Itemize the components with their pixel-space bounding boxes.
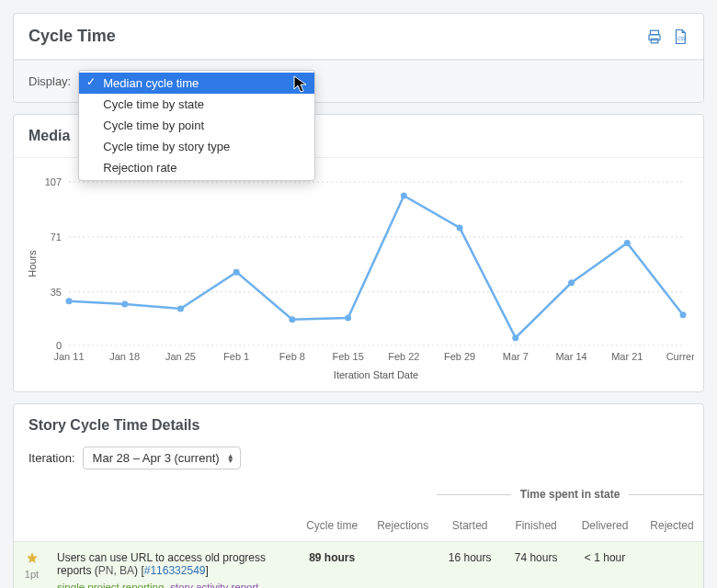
details-panel: Story Cycle Time Details Iteration: Mar … [13,403,704,588]
cell-rejections [369,542,437,589]
svg-point-33 [457,224,463,231]
dropdown-option-state[interactable]: Cycle time by state [79,94,314,115]
iteration-select-value: Mar 28 – Apr 3 (current) [93,451,220,465]
cycle-time-panel: Cycle Time CSV Display: Median cycle tim… [13,13,704,103]
svg-text:Iteration Start Date: Iteration Start Date [334,369,418,380]
iteration-label: Iteration: [28,451,75,465]
svg-text:Hours: Hours [27,250,38,277]
svg-rect-2 [651,39,658,43]
story-id-link[interactable]: #116332549 [144,564,206,577]
svg-point-26 [66,298,73,304]
story-owners: PN, BA [98,564,134,577]
svg-text:35: 35 [51,287,62,298]
select-arrows-icon: ▲▼ [227,454,234,463]
details-title: Story Cycle Time Details [14,404,703,441]
svg-point-28 [177,306,184,312]
svg-text:0: 0 [56,340,62,351]
story-cell: Users can use URL to access old progress… [50,542,295,589]
svg-text:Feb 29: Feb 29 [444,351,475,362]
col-rejections: Rejections [369,510,437,542]
svg-point-29 [233,269,240,276]
svg-text:CSV: CSV [677,36,686,40]
story-tag[interactable]: story activity report [170,582,259,588]
svg-text:Feb 15: Feb 15 [333,351,364,362]
col-delivered: Delivered [569,510,641,542]
svg-text:Mar 21: Mar 21 [611,351,643,362]
group-header-time-spent: Time spent in state [437,479,703,510]
svg-text:Current: Current [666,351,694,362]
svg-point-32 [401,192,407,198]
cell-rejected [641,542,703,589]
col-rejected: Rejected [641,510,703,542]
dropdown-option-rejection[interactable]: Rejection rate [79,157,314,178]
svg-point-35 [568,279,575,286]
svg-text:Feb 22: Feb 22 [388,351,419,362]
display-dropdown: Median cycle time Cycle time by state Cy… [78,70,315,181]
dropdown-option-storytype[interactable]: Cycle time by story type [79,136,314,157]
export-actions: CSV [646,28,689,45]
col-cycle: Cycle time [295,510,369,542]
svg-text:Jan 11: Jan 11 [53,351,84,362]
svg-text:71: 71 [51,232,62,243]
table-row[interactable]: 1ptUsers can use URL to access old progr… [14,542,703,589]
star-icon [26,551,39,564]
cycle-time-chart: 03571107Jan 11Jan 18Jan 25Feb 1Feb 8Feb … [23,173,694,384]
svg-point-36 [624,240,631,246]
dropdown-option-point[interactable]: Cycle time by point [79,115,314,136]
story-points: 1pt [21,569,42,580]
display-label: Display: [28,74,71,88]
svg-rect-0 [651,30,659,35]
svg-point-37 [680,311,687,318]
csv-icon[interactable]: CSV [672,28,689,45]
svg-text:Mar 7: Mar 7 [503,351,529,362]
svg-text:Jan 25: Jan 25 [165,351,196,362]
svg-text:107: 107 [45,176,62,187]
svg-text:Feb 1: Feb 1 [223,351,249,362]
story-tag[interactable]: single project reporting [57,582,164,588]
col-finished: Finished [503,510,569,542]
iteration-select[interactable]: Mar 28 – Apr 3 (current) ▲▼ [83,447,241,469]
cell-finished: 74 hours [503,542,569,589]
story-table: Time spent in state Cycle time Rejection… [14,479,703,588]
svg-point-27 [121,301,128,308]
svg-point-31 [345,315,351,322]
svg-text:Feb 8: Feb 8 [279,351,305,362]
svg-text:Jan 18: Jan 18 [109,351,140,362]
cell-cycle: 89 hours [295,542,369,589]
svg-point-30 [289,316,295,322]
page-title: Cycle Time [28,27,116,46]
svg-point-34 [512,334,518,341]
dropdown-option-median[interactable]: Median cycle time [79,73,314,94]
cell-delivered: < 1 hour [569,542,641,589]
svg-text:Mar 14: Mar 14 [555,351,586,362]
cell-started: 16 hours [437,542,503,589]
print-icon[interactable] [646,28,663,45]
col-started: Started [437,510,503,542]
display-bar: Display: Median cycle time ▲▼ Median cyc… [14,60,703,102]
